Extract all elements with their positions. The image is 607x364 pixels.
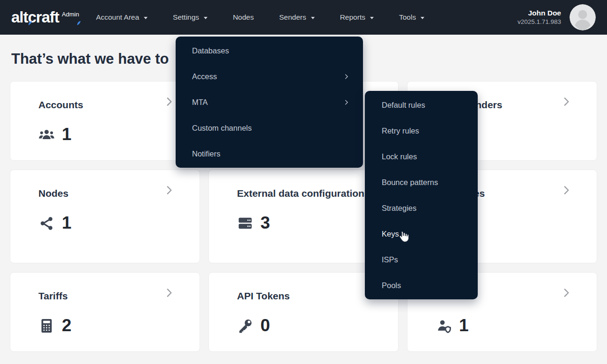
card-value-row: 3: [237, 213, 372, 233]
menu-item-label: Databases: [192, 46, 229, 55]
submenu-item-label: Default rules: [382, 101, 425, 110]
submenu-item-label: ISPs: [382, 255, 398, 264]
nav-item-tools[interactable]: Tools: [399, 13, 424, 22]
chevron-right-icon[interactable]: [163, 96, 175, 108]
nav-item-label: Nodes: [233, 13, 254, 22]
submenu-item-label: Lock rules: [382, 152, 417, 161]
caret-down-icon: [370, 17, 374, 19]
card-title: Tariffs: [38, 289, 173, 304]
menu-item-mta[interactable]: MTA: [176, 89, 363, 115]
top-navbar: altcraft Admin Account AreaSettingsNodes…: [0, 0, 607, 35]
caret-down-icon: [421, 17, 424, 19]
chevron-right-icon[interactable]: [560, 287, 572, 299]
nav-item-account-area[interactable]: Account Area: [96, 13, 148, 22]
calculator-icon: [38, 318, 55, 334]
logo-text: altcraft: [11, 5, 59, 30]
card-value: 1: [62, 125, 72, 144]
card-value: 1: [459, 316, 469, 335]
logo-accent-tick-icon: [28, 8, 32, 14]
nav-item-reports[interactable]: Reports: [340, 13, 374, 22]
card-nodes[interactable]: Nodes1: [10, 170, 200, 263]
card-value: 2: [62, 316, 72, 335]
users-icon: [38, 126, 55, 143]
nav-item-settings[interactable]: Settings: [173, 13, 207, 22]
card-value: 3: [260, 213, 270, 233]
submenu-item-retry-rules[interactable]: Retry rules: [365, 118, 478, 144]
submenu-item-label: Strategies: [382, 204, 416, 213]
card-value: 1: [62, 213, 72, 233]
server-icon: [237, 215, 253, 231]
nav-item-label: Senders: [279, 13, 306, 22]
nav-item-label: Settings: [173, 13, 199, 22]
altcraft-logo[interactable]: altcraft Admin: [11, 5, 79, 30]
card-value-row: 0: [237, 316, 372, 335]
card-title: Accounts: [38, 97, 173, 112]
nav-item-label: Tools: [399, 13, 416, 22]
menu-item-notifiers[interactable]: Notifiers: [176, 141, 363, 167]
user-info[interactable]: John Doe v2025.1.71.983: [518, 8, 561, 26]
card-tariffs[interactable]: Tariffs2: [10, 272, 200, 352]
card-title: External data configurations: [237, 186, 372, 201]
card-title: Nodes: [38, 186, 173, 201]
menu-item-access[interactable]: Access: [176, 64, 363, 89]
menu-item-label: Custom channels: [192, 124, 252, 133]
submenu-item-lock-rules[interactable]: Lock rules: [365, 144, 478, 170]
card-title: API Tokens: [237, 289, 372, 304]
card-accounts[interactable]: Accounts1: [10, 81, 200, 161]
menu-item-custom-channels[interactable]: Custom channels: [176, 115, 363, 141]
submenu-item-strategies[interactable]: Strategies: [365, 195, 478, 221]
mta-submenu: Default rulesRetry rulesLock rulesBounce…: [365, 91, 478, 299]
main-navigation: Account AreaSettingsNodesSendersReportsT…: [96, 13, 424, 22]
chevron-right-icon: [343, 73, 350, 80]
chevron-right-icon[interactable]: [163, 287, 175, 299]
card-value: 0: [260, 316, 270, 335]
submenu-item-isps[interactable]: ISPs: [365, 247, 478, 273]
submenu-item-bounce-patterns[interactable]: Bounce patterns: [365, 170, 478, 195]
menu-item-label: Notifiers: [192, 149, 221, 158]
user-name: John Doe: [518, 8, 561, 18]
submenu-item-default-rules[interactable]: Default rules: [365, 92, 478, 118]
submenu-item-pools[interactable]: Pools: [365, 273, 478, 298]
caret-down-icon: [204, 17, 207, 19]
menu-item-label: MTA: [192, 98, 208, 107]
key-icon: [237, 318, 253, 334]
submenu-item-keys[interactable]: Keys: [365, 221, 478, 247]
menu-item-label: Access: [192, 72, 217, 81]
cursor-hand-icon: [396, 229, 410, 244]
caret-down-icon: [144, 17, 148, 19]
logo-accent-tick-icon: [77, 8, 81, 14]
chevron-right-icon: [343, 99, 350, 106]
card-value-row: 2: [38, 316, 173, 335]
caret-down-icon: [311, 17, 315, 19]
card-value-row: 1: [38, 213, 173, 233]
avatar[interactable]: [570, 4, 596, 30]
chevron-right-icon[interactable]: [560, 96, 572, 108]
settings-dropdown-menu: DatabasesAccessMTACustom channelsNotifie…: [176, 37, 363, 168]
nav-item-senders[interactable]: Senders: [279, 13, 315, 22]
nav-item-label: Reports: [340, 13, 365, 22]
submenu-item-label: Retry rules: [382, 126, 419, 135]
card-value-row: 1: [38, 125, 173, 144]
card-value-row: 1: [436, 316, 570, 335]
chevron-right-icon[interactable]: [163, 184, 175, 196]
chevron-right-icon[interactable]: [560, 184, 572, 196]
share-icon: [38, 215, 55, 231]
menu-item-databases[interactable]: Databases: [176, 38, 363, 64]
submenu-item-label: Bounce patterns: [382, 178, 438, 187]
navbar-right: John Doe v2025.1.71.983: [518, 4, 596, 30]
app-version: v2025.1.71.983: [518, 18, 561, 26]
submenu-item-label: Pools: [382, 281, 401, 290]
user-shield-icon: [436, 318, 452, 334]
nav-item-label: Account Area: [96, 13, 139, 22]
nav-item-nodes[interactable]: Nodes: [233, 13, 254, 22]
